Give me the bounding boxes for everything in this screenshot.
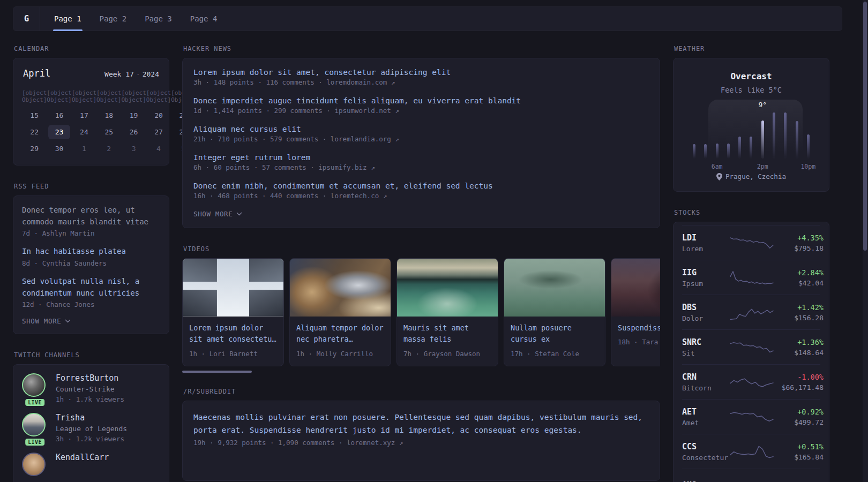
video-title[interactable]: Mauris sit amet massa felis bbox=[403, 322, 491, 345]
weather-hour-label: 10pm bbox=[800, 163, 815, 170]
calendar-weekday-header: [object Object] bbox=[72, 86, 96, 107]
video-meta[interactable]: 17h · Stefan Cole bbox=[511, 350, 598, 358]
calendar-month: April bbox=[23, 68, 50, 79]
page-tab[interactable]: Page 1 bbox=[54, 7, 81, 31]
video-thumbnail[interactable] bbox=[290, 259, 391, 317]
video-thumbnail[interactable] bbox=[611, 259, 660, 317]
hackernews-item-meta[interactable]: 21h · 710 points · 579 comments · loreml… bbox=[193, 135, 649, 143]
page-tab[interactable]: Page 3 bbox=[145, 7, 172, 31]
weather-hour-bar bbox=[745, 112, 757, 159]
avatar bbox=[22, 373, 46, 397]
video-title[interactable]: Suspendisse diam bbox=[618, 322, 660, 334]
stock-price: $156.28 bbox=[774, 314, 824, 322]
subreddit-post-meta[interactable]: 19h · 9,932 points · 1,090 comments · lo… bbox=[193, 439, 649, 447]
stock-row[interactable]: LDI Lorem +4.35% $795.18 bbox=[682, 225, 820, 260]
stock-row[interactable]: IIG Ipsum +2.84% $42.04 bbox=[682, 260, 820, 295]
hackernews-item-title[interactable]: Lorem ipsum dolor sit amet, consectetur … bbox=[193, 68, 649, 77]
stock-row[interactable]: AET Amet +0.92% $499.72 bbox=[682, 399, 820, 434]
stock-row[interactable]: DBS Dolor +1.42% $156.28 bbox=[682, 295, 820, 329]
video-card: Aliquam tempor dolor nec pharetra… 1h · … bbox=[289, 258, 391, 366]
hackernews-item-title[interactable]: Aliquam nec cursus elit bbox=[193, 125, 649, 133]
weather-hour-label: 6am bbox=[712, 163, 723, 170]
twitch-channel-name[interactable]: ForrestBurton bbox=[56, 373, 124, 383]
rss-widget: RSS FEED Donec tempor eros leo, ut commo… bbox=[13, 183, 169, 334]
twitch-channel-name[interactable]: Trisha bbox=[56, 413, 127, 423]
rss-item-title[interactable]: In hac habitasse platea bbox=[22, 246, 160, 258]
hackernews-show-more-button[interactable]: SHOW MORE bbox=[193, 210, 649, 218]
stock-name: Lorem bbox=[682, 245, 729, 253]
stock-name: Consectetur bbox=[682, 454, 729, 462]
page-tab[interactable]: Page 4 bbox=[190, 7, 218, 31]
calendar-day: 30 bbox=[48, 141, 70, 156]
calendar-day: 2 bbox=[98, 141, 119, 156]
stock-change-percent: +0.92% bbox=[774, 408, 824, 416]
video-meta[interactable]: 7h · Grayson Dawson bbox=[403, 350, 491, 358]
chevron-down-icon bbox=[236, 212, 242, 216]
stock-row[interactable]: AHS +0.46% bbox=[682, 469, 820, 482]
calendar-weekday-header: [object Object] bbox=[47, 86, 71, 107]
calendar-widget: CALENDAR April Week 17·2024 [object Obje… bbox=[13, 45, 169, 165]
calendar-day: 4 bbox=[148, 141, 169, 156]
video-title[interactable]: Aliquam tempor dolor nec pharetra… bbox=[296, 322, 384, 345]
rss-card: Donec tempor eros leo, ut commodo mauris… bbox=[13, 195, 169, 334]
hackernews-item-title[interactable]: Donec imperdiet augue tincidunt felis al… bbox=[193, 96, 649, 105]
calendar-day: 16 bbox=[48, 108, 70, 123]
page-scrollbar-thumb[interactable] bbox=[863, 2, 867, 251]
calendar-grid: [object Object][object Object][object Ob… bbox=[22, 86, 160, 156]
rss-show-more-button[interactable]: SHOW MORE bbox=[22, 317, 160, 325]
calendar-day: 27 bbox=[148, 125, 169, 139]
calendar-day: 23 bbox=[48, 125, 70, 139]
rss-item-title[interactable]: Donec tempor eros leo, ut commodo mauris… bbox=[22, 205, 160, 228]
video-meta[interactable]: 18h · Tara bbox=[618, 338, 660, 346]
weather-hour-bar: 10pm bbox=[803, 112, 814, 159]
rss-item-title[interactable]: Sed volutpat nulla nisl, a condimentum n… bbox=[22, 276, 160, 299]
weather-current-temp: 9° bbox=[758, 101, 767, 109]
stock-price: $148.64 bbox=[774, 349, 824, 357]
stocks-section-title: STOCKS bbox=[674, 209, 829, 216]
twitch-channel-game: Counter-Strike bbox=[56, 385, 124, 393]
stock-sparkline bbox=[729, 476, 774, 482]
stock-sparkline bbox=[729, 232, 774, 253]
video-thumbnail[interactable] bbox=[397, 259, 498, 317]
app-logo[interactable]: G bbox=[13, 7, 40, 31]
hackernews-item-title[interactable]: Integer eget rutrum lorem bbox=[193, 153, 649, 162]
weather-hour-label: 2pm bbox=[757, 163, 768, 170]
page-tab-label: Page 2 bbox=[100, 14, 127, 23]
stock-price: $499.72 bbox=[774, 418, 824, 426]
twitch-avatar[interactable] bbox=[22, 453, 48, 476]
videos-scrollbar-thumb[interactable] bbox=[182, 371, 252, 373]
stock-row[interactable]: CRN Bitcorn -1.00% $66,171.48 bbox=[682, 364, 820, 399]
hackernews-item-meta[interactable]: 1d · 1,414 points · 299 comments · ipsum… bbox=[193, 107, 649, 115]
stock-change-percent: +1.42% bbox=[774, 303, 824, 312]
video-thumbnail[interactable] bbox=[183, 259, 283, 317]
hackernews-item-title[interactable]: Donec enim nibh, condimentum et accumsan… bbox=[193, 182, 649, 190]
page-tab[interactable]: Page 2 bbox=[100, 7, 127, 31]
calendar-day: 20 bbox=[148, 108, 169, 123]
stock-sparkline bbox=[729, 302, 774, 322]
weather-hour-bar bbox=[780, 112, 791, 159]
rss-section-title: RSS FEED bbox=[14, 183, 169, 190]
subreddit-card: Maecenas mollis pulvinar erat non posuer… bbox=[182, 401, 660, 481]
weather-feels-like: Feels like 5°C bbox=[683, 86, 819, 94]
hackernews-item-meta[interactable]: 3h · 148 points · 116 comments · loremdo… bbox=[193, 78, 649, 86]
subreddit-post-title[interactable]: Maecenas mollis pulvinar erat non posuer… bbox=[193, 411, 649, 437]
video-title[interactable]: Nullam posuere cursus ex bbox=[511, 322, 598, 345]
stock-price: $66,171.48 bbox=[774, 383, 824, 391]
video-thumbnail[interactable] bbox=[504, 259, 605, 317]
page-tabs: Page 1 Page 2 Page 3 Page 4 bbox=[54, 7, 235, 31]
stock-symbol: LDI bbox=[682, 233, 729, 243]
video-meta[interactable]: 1h · Lori Barnett bbox=[189, 350, 277, 358]
subreddit-section-title: /R/SUBREDDIT bbox=[183, 388, 660, 395]
stock-row[interactable]: CCS Consectetur +0.51% $165.84 bbox=[682, 434, 820, 469]
video-meta[interactable]: 1h · Molly Carrillo bbox=[296, 350, 384, 358]
stock-symbol: AET bbox=[682, 407, 729, 417]
twitch-channel-name[interactable]: KendallCarr bbox=[56, 453, 109, 462]
rss-item: Sed volutpat nulla nisl, a condimentum n… bbox=[22, 276, 160, 308]
stock-row[interactable]: SNRC Sit +1.36% $148.64 bbox=[682, 329, 820, 364]
hackernews-item-meta[interactable]: 16h · 468 points · 440 comments · loremt… bbox=[193, 192, 649, 200]
hackernews-item-meta[interactable]: 6h · 60 points · 57 comments · ipsumify.… bbox=[193, 163, 649, 171]
stock-name: Dolor bbox=[682, 314, 729, 322]
twitch-avatar[interactable]: LIVE bbox=[22, 413, 48, 443]
video-title[interactable]: Lorem ipsum dolor sit amet consectetu… bbox=[189, 322, 277, 345]
twitch-avatar[interactable]: LIVE bbox=[22, 373, 48, 403]
